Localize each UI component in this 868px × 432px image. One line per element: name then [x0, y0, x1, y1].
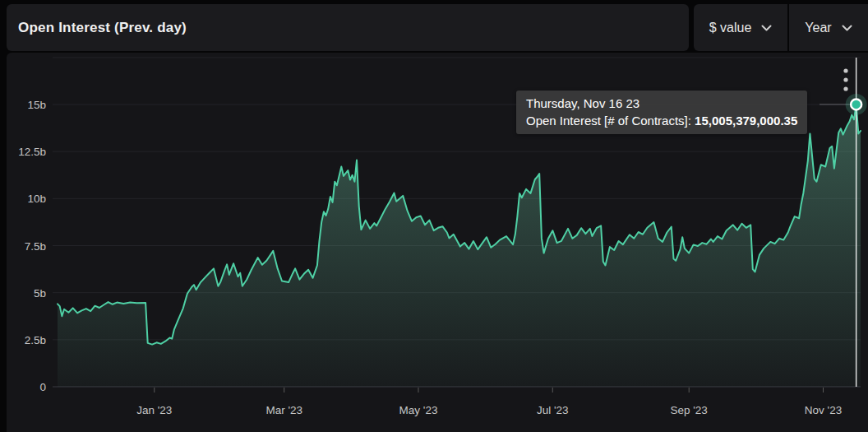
chevron-down-icon [761, 25, 772, 31]
chevron-down-icon [842, 25, 852, 31]
y-axis-label: 2.5b [25, 334, 46, 346]
y-axis-label: 12.5b [18, 146, 46, 158]
value-unit-dropdown[interactable]: $ value [694, 4, 787, 51]
y-axis-label: 10b [27, 193, 46, 205]
time-range-label: Year [805, 21, 831, 35]
x-axis-label: Nov '23 [805, 404, 842, 416]
title-card: Open Interest (Prev. day) [7, 4, 689, 51]
y-axis-label: 7.5b [25, 240, 46, 253]
x-axis-label: Mar '23 [265, 404, 302, 416]
y-axis-label: 15b [27, 99, 46, 111]
chart-menu-button[interactable] [834, 63, 857, 97]
chart-controls: $ value Year [694, 4, 868, 51]
kebab-menu-icon [834, 63, 857, 97]
x-axis-label: Jan '23 [136, 404, 172, 416]
x-axis-label: May '23 [399, 404, 438, 416]
open-interest-area-chart[interactable]: 02.5b5b7.5b10b12.5b15bJan '23Mar '23May … [0, 53, 868, 432]
y-axis-label: 5b [34, 287, 46, 300]
x-axis-label: Jul '23 [537, 404, 569, 416]
y-axis-label: 0 [39, 381, 46, 393]
value-unit-label: $ value [709, 21, 752, 35]
chart-title: Open Interest (Prev. day) [18, 20, 187, 36]
open-interest-widget: Open Interest (Prev. day) $ value Year [0, 0, 868, 432]
x-axis-label: Sep '23 [671, 404, 708, 416]
hover-marker [851, 99, 861, 109]
widget-header: Open Interest (Prev. day) $ value Year [7, 4, 868, 51]
time-range-dropdown[interactable]: Year [789, 4, 868, 51]
